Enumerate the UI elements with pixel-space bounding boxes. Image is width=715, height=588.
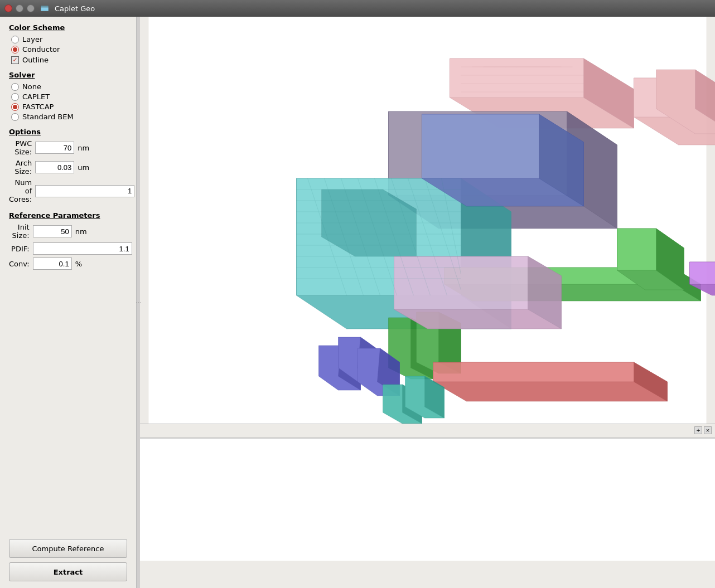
close-button[interactable] — [4, 4, 12, 12]
sidebar: Color Scheme Layer Conductor Outline Sol… — [0, 17, 137, 588]
solver-standard-bem[interactable]: Standard BEM — [11, 113, 127, 121]
pwc-size-input[interactable] — [35, 142, 74, 154]
solver-group: None CAPLET FASTCAP Standard BEM — [9, 82, 127, 121]
num-cores-label: Num of Cores: — [9, 178, 32, 203]
radio-standard-bem[interactable] — [11, 113, 19, 121]
radio-caplet[interactable] — [11, 93, 19, 101]
outline-label: Outline — [22, 56, 49, 64]
num-cores-input[interactable] — [35, 185, 134, 197]
solver-title: Solver — [9, 71, 127, 79]
outline-checkbox-item[interactable]: Outline — [11, 56, 127, 64]
minimize-button[interactable] — [16, 4, 23, 12]
color-scheme-title: Color Scheme — [9, 23, 127, 32]
main-content: Color Scheme Layer Conductor Outline Sol… — [0, 17, 715, 588]
options-title: Options — [9, 128, 127, 136]
conv-unit: % — [75, 260, 132, 268]
compute-reference-button[interactable]: Compute Reference — [9, 539, 127, 558]
color-scheme-conductor[interactable]: Conductor — [11, 45, 127, 54]
radio-layer[interactable] — [11, 36, 19, 43]
conv-input[interactable] — [33, 257, 72, 270]
outline-checkbox[interactable] — [11, 56, 19, 64]
color-scheme-group: Layer Conductor — [9, 35, 127, 54]
svg-marker-33 — [394, 256, 528, 309]
ref-params-fields: Init Size: nm PDIF: Conv: % — [9, 223, 127, 270]
divider-icons: + × — [694, 426, 712, 434]
conv-label: Conv: — [9, 260, 30, 268]
color-scheme-layer[interactable]: Layer — [11, 35, 127, 43]
svg-marker-20 — [422, 114, 539, 178]
solver-caplet-label: CAPLET — [22, 93, 50, 101]
pdif-label: PDIF: — [9, 245, 30, 253]
svg-marker-5 — [450, 59, 584, 98]
right-panel: + × — [140, 17, 715, 588]
3d-canvas[interactable] — [140, 17, 715, 424]
radio-conductor[interactable] — [11, 46, 19, 54]
svg-marker-36 — [433, 362, 634, 382]
expand-icon[interactable]: + — [694, 426, 702, 434]
solver-none[interactable]: None — [11, 82, 127, 91]
solver-fastcap[interactable]: FASTCAP — [11, 103, 127, 111]
3d-visualization — [140, 17, 715, 424]
init-size-unit: nm — [75, 227, 132, 236]
pwc-size-label: PWC Size: — [9, 139, 32, 156]
pdif-input[interactable] — [33, 242, 132, 255]
radio-none[interactable] — [11, 83, 19, 91]
pwc-size-unit: nm — [78, 144, 134, 152]
init-size-input[interactable] — [33, 225, 72, 237]
arch-size-input[interactable] — [35, 161, 74, 173]
console-area[interactable] — [140, 438, 715, 561]
canvas-divider: + × — [140, 424, 715, 438]
solver-none-label: None — [22, 82, 41, 91]
arch-size-unit: um — [78, 163, 134, 172]
ref-params-title: Reference Parameters — [9, 211, 127, 220]
main-window: Caplet Geo Color Scheme Layer Conductor — [0, 0, 715, 588]
color-scheme-conductor-label: Conductor — [22, 45, 60, 54]
init-size-label: Init Size: — [9, 223, 30, 240]
extract-button[interactable]: Extract — [9, 562, 127, 581]
solver-standard-bem-label: Standard BEM — [22, 113, 74, 121]
svg-marker-26 — [617, 229, 656, 270]
radio-fastcap[interactable] — [11, 103, 19, 111]
solver-caplet[interactable]: CAPLET — [11, 93, 127, 101]
solver-fastcap-label: FASTCAP — [22, 103, 54, 111]
titlebar: Caplet Geo — [0, 0, 715, 17]
svg-marker-39 — [690, 262, 716, 284]
color-scheme-layer-label: Layer — [22, 35, 42, 43]
app-icon — [40, 4, 49, 13]
window-title: Caplet Geo — [55, 4, 95, 13]
collapse-icon[interactable]: × — [704, 426, 712, 434]
options-fields: PWC Size: nm Arch Size: um Num of Cores: — [9, 139, 127, 203]
arch-size-label: Arch Size: — [9, 159, 32, 176]
action-buttons: Compute Reference Extract — [9, 539, 127, 581]
outline-group: Outline — [9, 56, 127, 64]
maximize-button[interactable] — [27, 4, 35, 12]
svg-rect-1 — [41, 6, 49, 7]
